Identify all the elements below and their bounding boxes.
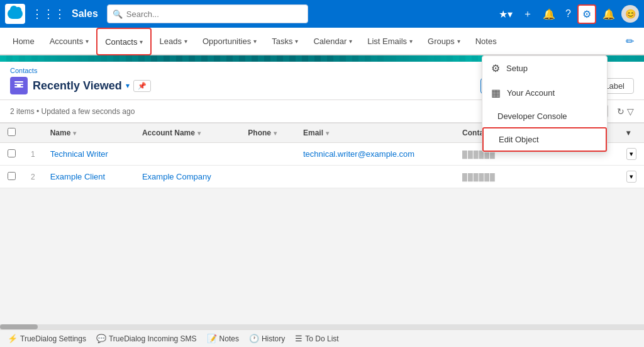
help-button[interactable]: ? — [562, 6, 575, 22]
tab-tasks[interactable]: Tasks ▾ — [264, 28, 306, 55]
filter-button[interactable]: ▽ — [627, 106, 634, 117]
row-1-checkbox[interactable] — [8, 149, 16, 157]
tab-notes[interactable]: Notes — [468, 28, 504, 55]
tab-leads[interactable]: Leads ▾ — [152, 28, 194, 55]
app-name: Sales — [72, 8, 98, 20]
setup-menu-item[interactable]: ⚙ Setup — [482, 62, 607, 81]
tab-home-label: Home — [13, 37, 35, 46]
scrollbar-thumb[interactable] — [0, 324, 38, 329]
edit-object-label: Edit Object — [499, 135, 539, 144]
your-account-icon: ▦ — [491, 87, 501, 99]
phone-sort-icon: ▾ — [274, 130, 277, 137]
developer-console-menu-item[interactable]: Developer Console — [482, 105, 607, 127]
row-2-phone — [240, 166, 296, 188]
todo-icon: ☰ — [295, 334, 303, 343]
table-icon-buttons: ↻ ▽ — [617, 106, 634, 117]
app-launcher-button[interactable]: ⋮⋮⋮ — [29, 4, 68, 23]
list-view-title: Recently Viewed — [33, 79, 122, 93]
refresh-button[interactable]: ↻ — [617, 106, 625, 117]
row-2-checkbox[interactable] — [8, 172, 16, 180]
horizontal-scrollbar[interactable] — [0, 324, 644, 329]
todo-status-label: To Do List — [305, 334, 338, 343]
tab-leads-label: Leads — [159, 37, 181, 46]
tab-list-emails[interactable]: List Emails ▾ — [360, 28, 420, 55]
row-2-account-link[interactable]: Example Company — [142, 172, 211, 181]
tab-notes-label: Notes — [475, 37, 497, 46]
history-status-item[interactable]: 🕐 History — [249, 334, 285, 343]
tab-opportunities[interactable]: Opportunities ▾ — [195, 28, 264, 55]
main-content-area: Contacts Recently Viewed ▾ 📌 New Intelli… — [0, 62, 644, 329]
history-icon: 🕐 — [249, 334, 259, 343]
row-1-checkbox-cell — [0, 143, 23, 166]
account-sort-icon: ▾ — [197, 130, 201, 137]
row-1-name-link[interactable]: Technical Writer — [50, 149, 108, 159]
second-bell-button[interactable]: 🔔 — [599, 6, 619, 23]
tab-home[interactable]: Home — [5, 28, 42, 55]
developer-console-label: Developer Console — [497, 111, 567, 121]
truedialog-sms-item[interactable]: 💬 TrueDialog Incoming SMS — [96, 334, 197, 343]
tab-accounts[interactable]: Accounts ▾ — [42, 28, 96, 55]
tab-groups[interactable]: Groups ▾ — [420, 28, 468, 55]
pin-button[interactable]: 📌 — [133, 80, 151, 92]
list-emails-chevron-icon: ▾ — [409, 38, 413, 45]
notes-icon: 📝 — [207, 334, 217, 343]
row-2-checkbox-cell — [0, 166, 23, 188]
your-account-label: Your Account — [507, 88, 555, 98]
salesforce-logo[interactable] — [5, 4, 25, 24]
tab-contacts[interactable]: Contacts ▾ — [96, 28, 152, 55]
nav-icon-group: ★▾ ＋ 🔔 ? ⚙ 🔔 😊 — [495, 4, 639, 24]
svg-rect-0 — [14, 81, 23, 82]
gear-dropdown-menu: ⚙ Setup ▦ Your Account Developer Console… — [482, 62, 608, 152]
add-button[interactable]: ＋ — [519, 5, 536, 23]
row-2-menu-button[interactable]: ▾ — [626, 171, 636, 183]
gear-settings-button[interactable]: ⚙ — [577, 4, 596, 24]
email-column-header[interactable]: Email ▾ — [296, 123, 455, 143]
tab-tasks-label: Tasks — [272, 37, 292, 46]
tab-calendar[interactable]: Calendar ▾ — [306, 28, 360, 55]
accounts-chevron-icon: ▾ — [86, 38, 89, 45]
tab-contacts-label: Contacts — [105, 37, 137, 47]
sms-icon: 💬 — [96, 334, 106, 343]
notes-status-item[interactable]: 📝 Notes — [207, 334, 239, 343]
your-account-menu-item[interactable]: ▦ Your Account — [482, 81, 607, 105]
truedialog-settings-label: TrueDialog Settings — [20, 334, 86, 343]
calendar-chevron-icon: ▾ — [349, 38, 352, 45]
contacts-icon — [10, 77, 28, 94]
edit-nav-button[interactable]: ✏ — [621, 28, 639, 54]
row-2-num: 2 — [23, 166, 43, 188]
row-2-name: Example Client — [43, 166, 135, 188]
name-sort-icon: ▾ — [73, 130, 76, 137]
column-settings-icon[interactable]: ▾ — [626, 128, 630, 137]
tab-calendar-label: Calendar — [313, 37, 347, 46]
row-2-last-car — [547, 166, 619, 188]
user-avatar[interactable]: 😊 — [621, 5, 639, 23]
row-2-email — [296, 166, 455, 188]
phone-column-header[interactable]: Phone ▾ — [240, 123, 296, 143]
tab-opportunities-label: Opportunities — [203, 37, 251, 46]
row-1-actions: ▾ — [619, 143, 644, 166]
list-view-dropdown-icon[interactable]: ▾ — [126, 81, 130, 90]
row-num-header — [23, 123, 43, 143]
row-1-email-link[interactable]: technical.writer@example.com — [303, 149, 414, 159]
top-navigation: ⋮⋮⋮ Sales 🔍 ★▾ ＋ 🔔 ? ⚙ 🔔 😊 — [0, 0, 644, 28]
row-2-name-link[interactable]: Example Client — [50, 172, 105, 181]
search-input[interactable] — [126, 9, 303, 19]
select-all-checkbox[interactable] — [8, 128, 16, 136]
tab-accounts-label: Accounts — [50, 37, 83, 46]
groups-chevron-icon: ▾ — [457, 38, 460, 45]
favorites-button[interactable]: ★▾ — [495, 6, 516, 23]
name-column-header[interactable]: Name ▾ — [43, 123, 135, 143]
opportunities-chevron-icon: ▾ — [253, 38, 257, 45]
row-1-menu-button[interactable]: ▾ — [626, 148, 636, 160]
truedialog-settings-item[interactable]: ⚡ TrueDialog Settings — [8, 334, 86, 343]
notification-bell-button[interactable]: 🔔 — [539, 6, 559, 23]
select-all-header — [0, 123, 23, 143]
global-search-bar[interactable]: 🔍 — [107, 4, 308, 23]
svg-point-3 — [17, 84, 21, 88]
row-1-account — [135, 143, 240, 166]
tab-list-emails-label: List Emails — [367, 37, 407, 46]
account-name-column-header[interactable]: Account Name ▾ — [135, 123, 240, 143]
meta-text: 2 items • Updated a few seconds ago — [10, 107, 135, 116]
todo-status-item[interactable]: ☰ To Do List — [295, 334, 338, 343]
edit-object-menu-item[interactable]: Edit Object — [482, 127, 607, 152]
